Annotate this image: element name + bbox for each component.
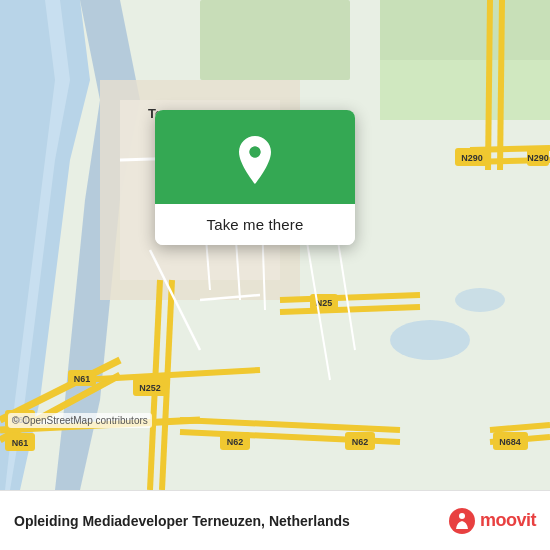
osm-credit: © OpenStreetMap contributors [8,413,152,428]
moovit-label: moovit [480,510,536,531]
svg-line-22 [500,0,502,170]
popup-card: Take me there [155,110,355,245]
bottom-bar: Opleiding Mediadeveloper Terneuzen, Neth… [0,490,550,550]
svg-text:N290: N290 [527,153,549,163]
svg-point-57 [250,147,261,158]
map-container: N61 N61 N252 N62 N62 N25 N290 N290 N684 … [0,0,550,490]
location-pin-icon [233,134,277,186]
svg-text:N61: N61 [74,374,91,384]
svg-text:N61: N61 [12,438,29,448]
svg-point-60 [459,513,465,519]
svg-text:N684: N684 [499,437,521,447]
svg-point-55 [455,288,505,312]
popup-header [155,110,355,204]
moovit-icon [448,507,476,535]
moovit-logo: moovit [448,507,536,535]
svg-text:N252: N252 [139,383,161,393]
svg-rect-4 [200,0,350,80]
location-title: Opleiding Mediadeveloper Terneuzen, Neth… [14,513,438,529]
svg-line-21 [488,0,490,170]
svg-point-54 [390,320,470,360]
location-info: Opleiding Mediadeveloper Terneuzen, Neth… [14,513,438,529]
svg-text:N62: N62 [352,437,369,447]
svg-text:N62: N62 [227,437,244,447]
take-me-there-button[interactable]: Take me there [155,204,355,245]
svg-rect-6 [380,0,550,60]
svg-text:N290: N290 [461,153,483,163]
